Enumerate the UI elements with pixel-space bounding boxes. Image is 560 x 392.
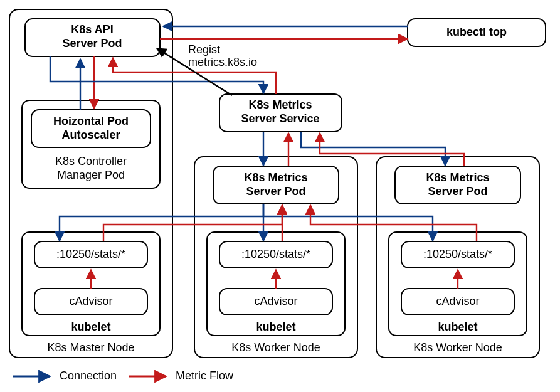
mpod1-l2: Server Pod xyxy=(246,185,305,198)
cadvisor-w2: cAdvisor xyxy=(436,295,479,307)
mpod1-l1: K8s Metrics xyxy=(244,171,307,184)
kubelet-w2: kubelet xyxy=(438,320,477,333)
legend-flow-label: Metric Flow xyxy=(176,369,234,382)
hpa-l2: Autoscaler xyxy=(61,129,120,141)
regist-l1: Regist xyxy=(188,43,220,56)
legend-conn-label: Connection xyxy=(60,369,117,382)
master-label: K8s Master Node xyxy=(47,341,134,354)
mpod2-l2: Server Pod xyxy=(428,185,487,198)
cm-l1: K8s Controller xyxy=(55,155,127,167)
msvc-l2: Server Service xyxy=(241,112,319,125)
worker2-label: K8s Worker Node xyxy=(413,341,502,354)
kubectl-label: kubectl top xyxy=(446,26,507,38)
worker1-label: K8s Worker Node xyxy=(231,341,320,354)
api-server-l2: Server Pod xyxy=(62,37,122,50)
kubelet-master: kubelet xyxy=(71,320,110,333)
hpa-l1: Hoizontal Pod xyxy=(53,115,129,127)
cadvisor-w1: cAdvisor xyxy=(254,295,297,307)
regist-l2: metrics.k8s.io xyxy=(188,56,257,68)
msvc-l1: K8s Metrics xyxy=(248,98,312,111)
stats-w2: :10250/stats/* xyxy=(423,248,492,260)
k8s-metrics-diagram: kubectl top K8s API Server Pod Hoizontal… xyxy=(0,0,560,392)
stats-master: :10250/stats/* xyxy=(56,248,125,260)
kubelet-w1: kubelet xyxy=(256,320,295,333)
cadvisor-master: cAdvisor xyxy=(69,295,112,307)
cm-l2: Manager Pod xyxy=(57,169,125,181)
mpod2-l1: K8s Metrics xyxy=(426,171,489,184)
api-server-l1: K8s API xyxy=(71,23,113,36)
stats-w1: :10250/stats/* xyxy=(241,248,310,260)
